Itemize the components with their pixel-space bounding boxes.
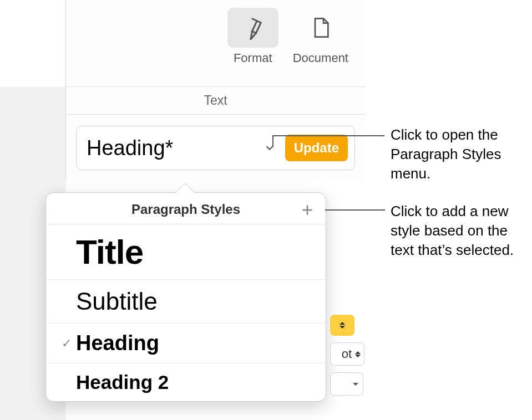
inspector-toolbar: Format Document [66, 0, 365, 87]
style-label: Heading [76, 331, 159, 355]
popover-header: Paragraph Styles [46, 193, 326, 224]
style-item-heading[interactable]: ✓ Heading [46, 324, 326, 363]
stepper[interactable] [355, 351, 361, 357]
checkmark-icon: ✓ [62, 336, 76, 351]
popover-title: Paragraph Styles [131, 202, 240, 217]
callout-paragraph-styles-menu: Click to open the Paragraph Styles menu. [391, 125, 529, 183]
format-tab[interactable]: Format [227, 8, 278, 82]
current-style-name: Heading* [87, 136, 254, 160]
style-label: Heading 2 [76, 371, 169, 393]
dropdown-stepper[interactable] [330, 315, 354, 336]
inspector-panel: Format Document Text Heading* Update [65, 0, 365, 181]
document-label: Document [293, 51, 348, 65]
format-label: Format [234, 51, 272, 65]
chevron-down-icon [353, 383, 358, 386]
chevron-down-icon [355, 355, 361, 357]
text-section-tab[interactable]: Text [66, 87, 365, 115]
paragraph-styles-popover: Paragraph Styles Title Subtitle ✓ Headin… [45, 192, 326, 402]
plus-icon [300, 203, 315, 217]
callout-leader-line [325, 209, 385, 211]
paragraph-styles-list: Title Subtitle ✓ Heading Heading 2 [46, 224, 326, 401]
callout-add-style: Click to add a new style based on the te… [391, 202, 529, 260]
document-tab[interactable]: Document [293, 8, 348, 82]
style-item-subtitle[interactable]: Subtitle [46, 280, 326, 324]
text-section-label: Text [204, 93, 227, 108]
style-item-heading-2[interactable]: Heading 2 [46, 363, 326, 401]
paintbrush-icon [241, 16, 265, 40]
document-icon-wrap [295, 8, 346, 48]
chevron-down-icon [264, 142, 276, 154]
style-label: Title [76, 232, 143, 272]
chevron-down-icon [340, 326, 345, 329]
format-icon-wrap [227, 8, 278, 48]
callout-leader-line [272, 135, 273, 147]
side-controls: ot [330, 315, 364, 396]
paragraph-style-row: Heading* Update [66, 115, 365, 181]
partial-text: ot [342, 347, 352, 361]
callout-leader-line [272, 135, 384, 136]
paragraph-style-selector[interactable]: Heading* Update [76, 126, 355, 170]
partial-dropdown[interactable] [330, 372, 363, 396]
partial-control[interactable]: ot [330, 342, 364, 366]
add-style-button[interactable] [298, 201, 317, 219]
chevron-up-icon [340, 322, 345, 325]
paragraph-style-menu-button[interactable] [261, 139, 278, 157]
document-icon [310, 16, 332, 40]
update-style-button[interactable]: Update [285, 135, 348, 161]
chevron-up-icon [355, 351, 361, 354]
style-label: Subtitle [76, 288, 158, 315]
style-item-title[interactable]: Title [46, 224, 326, 280]
